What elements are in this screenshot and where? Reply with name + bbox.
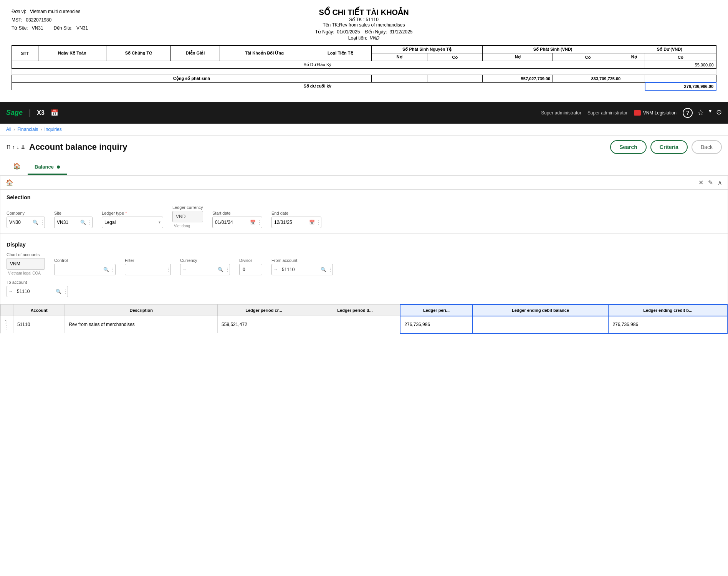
site-input-wrap[interactable]: 🔍 ⋮ [54,217,93,228]
mst-label: MST: [12,16,22,25]
report-date-row: Từ Ngày: 01/01/2025 Đến Ngày: 31/12/2025 [88,29,640,35]
from-site-label: Từ Site: [12,24,28,33]
report-ten-tk: Tên TK:Rev from sales of merchandises [88,22,640,28]
to-account-label: To account [7,280,68,285]
row-account: 51110 [13,316,65,333]
legislation-badge[interactable]: VNM Legislation [634,110,677,116]
row-dots-icon[interactable]: ⋮ [5,324,9,330]
table-header-row: Account Description Ledger period cr... … [1,305,728,316]
so-du-cuoi-ky-label: Số dư cuối kỳ [12,83,623,90]
control-search-icon[interactable]: 🔍 [102,267,111,272]
report-title: SỔ CHI TIẾT TÀI KHOẢN [88,8,640,17]
col-header-account: Account [13,305,65,316]
control-label: Control [54,258,116,263]
col-header-num [1,305,13,316]
star-icon[interactable]: ☆ [697,108,704,118]
collapse-icon[interactable]: ∧ [718,179,722,186]
ledger-currency-subtext: Viet dong [172,224,203,228]
to-account-search-icon[interactable]: 🔍 [54,289,63,294]
currency-input-wrap[interactable]: → 🔍 ⋮ [180,264,230,275]
end-date-calendar-icon[interactable]: 📅 [308,220,316,225]
legislation-label: VNM Legislation [643,110,677,116]
company-value: Vietnam multi currencies [30,8,80,16]
control-input-wrap[interactable]: 🔍 ⋮ [54,264,116,275]
tab-balance[interactable]: Balance [28,160,67,175]
data-table: Account Description Ledger period cr... … [0,304,728,334]
sage-navbar: Sage | X3 📅 Super administrator Super ad… [0,102,728,124]
col-so-du-vnd: Số Dư (VND) [623,46,716,53]
control-input[interactable] [55,267,102,272]
to-account-input[interactable] [15,289,54,294]
currency-input[interactable] [188,267,216,272]
display-row-1: Chart of accounts Vietnam legal COA Cont… [0,250,728,278]
from-account-search-icon[interactable]: 🔍 [319,267,328,272]
ledger-type-select[interactable]: Legal [102,220,159,225]
currency-label: Currency [180,258,230,263]
first-arrow[interactable]: ⇈ [6,144,11,150]
ledger-type-select-wrap[interactable]: Legal ▾ [102,217,163,228]
page-title-buttons: Search Criteria Back [610,140,722,154]
site-input[interactable] [55,220,79,225]
start-date-field: Start date 📅 ⋮ [212,211,262,228]
help-icon[interactable]: ? [683,108,693,118]
start-date-calendar-icon[interactable]: 📅 [248,220,257,225]
end-date-input[interactable] [272,220,308,225]
col-dien-giai: Diễn Giải [171,46,220,61]
end-date-label: End date [271,211,321,215]
last-arrow[interactable]: ⇊ [21,144,25,150]
filter-input-wrap[interactable]: ⋮ [125,264,171,275]
breadcrumb-financials[interactable]: Financials [17,127,38,132]
company-input[interactable] [7,220,31,225]
chevron-down-icon[interactable]: ▾ [709,108,711,118]
so-du-dau-ky-co: 55,000.00 [645,61,716,69]
col-header-ledger-peri: Ledger peri... [400,305,472,316]
to-site-label: Đến Site: [53,24,73,33]
admin-right: Super administrator [587,110,628,116]
chart-of-accounts-label: Chart of accounts [7,252,45,257]
cong-no: 557,027,739.00 [483,75,553,83]
start-date-input-wrap[interactable]: 📅 ⋮ [212,217,262,228]
to-account-input-wrap[interactable]: → 🔍 ⋮ [7,286,68,297]
col-so-phat-sinh-vnd: Số Phát Sinh (VND) [483,46,623,53]
ledger-type-arrow: ▾ [159,220,163,224]
col-loai-tien: Loại Tiền Tệ [309,46,372,61]
col-co-nguyen-te: Có [427,53,483,61]
site-search-icon[interactable]: 🔍 [79,220,88,225]
end-date-input-wrap[interactable]: 📅 ⋮ [271,217,321,228]
criteria-button[interactable]: Criteria [650,140,688,154]
compass-icon[interactable]: ⊙ [716,108,722,118]
chart-of-accounts-field: Chart of accounts Vietnam legal COA [7,252,45,275]
home-panel-icon[interactable]: 🏠 [6,179,13,186]
to-account-arrow: → [7,289,15,294]
sage-logo: Sage [6,109,23,117]
report-section: Đơn vị: Vietnam multi currencies MST: 03… [0,0,728,94]
row-ledger-ending-debit [473,316,609,333]
home-tab-icon[interactable]: 🏠 [6,159,28,175]
edit-icon[interactable]: ✎ [708,179,713,186]
back-button[interactable]: Back [692,140,722,154]
breadcrumb-chevron-2: › [40,127,42,132]
up-arrow[interactable]: ↑ [12,144,15,150]
col-header-ledger-ending-debit: Ledger ending debit balance [473,305,609,316]
company-search-icon[interactable]: 🔍 [31,220,40,225]
cong-so-phat-sinh-label: Cộng số phát sinh [12,75,372,83]
down-arrow[interactable]: ↓ [17,144,19,150]
filter-input[interactable] [125,267,166,272]
nav-icons: ? ☆ ▾ ⊙ [683,108,722,118]
filter-field: Filter ⋮ [125,258,171,275]
breadcrumb-all[interactable]: All [6,127,11,132]
from-account-input-wrap[interactable]: → 🔍 ⋮ [271,264,333,275]
close-icon[interactable]: ✕ [698,179,703,186]
breadcrumb-chevron-1: › [13,127,15,132]
company-input-wrap[interactable]: 🔍 ⋮ [7,217,45,228]
search-button[interactable]: Search [610,140,647,154]
filter-label: Filter [125,258,171,263]
currency-search-icon[interactable]: 🔍 [216,267,225,272]
calendar-icon[interactable]: 📅 [51,109,58,116]
ledger-type-field: Ledger type * Legal ▾ [102,211,163,228]
start-date-input[interactable] [213,220,248,225]
end-date-field: End date 📅 ⋮ [271,211,321,228]
from-account-input[interactable] [280,267,319,272]
divisor-input[interactable] [239,264,262,275]
breadcrumb-inquiries[interactable]: Inquiries [44,127,61,132]
